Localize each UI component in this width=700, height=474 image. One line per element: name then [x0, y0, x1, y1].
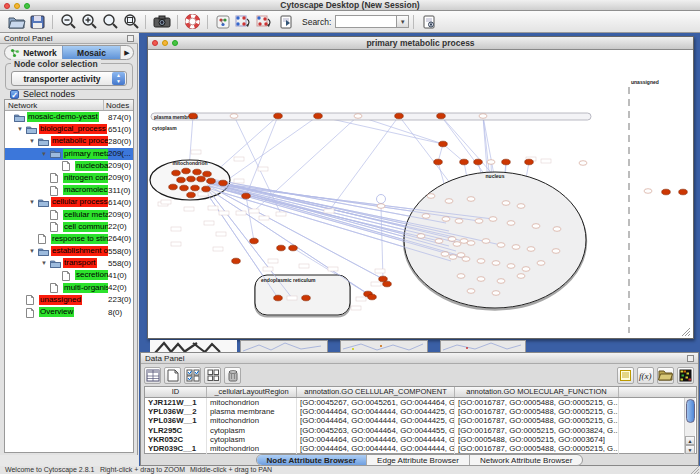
column-header[interactable]: annotation.GO MOLECULAR_FUNCTION — [455, 387, 619, 397]
tree-row[interactable]: multi-organism pro42(0) — [5, 282, 133, 294]
column-header[interactable]: ID — [145, 387, 207, 397]
data-panel: Data Panel f(x) ID_cellularLayoutRegiona… — [140, 352, 699, 466]
table-row[interactable]: YDR039C__1mitochondrion[GO:0044464, GO:0… — [145, 444, 696, 453]
zoom-button[interactable] — [24, 3, 30, 9]
layout-b-icon[interactable] — [255, 13, 274, 31]
tree-row[interactable]: nucleobase-209(0) — [5, 160, 133, 172]
help-ring-icon[interactable] — [183, 13, 202, 31]
tab-node-attribute-browser[interactable]: Node Attribute Browser — [257, 455, 368, 465]
folder-open-icon[interactable] — [657, 367, 674, 384]
float-panel-icon[interactable] — [687, 355, 694, 362]
vizmapper-icon[interactable] — [213, 13, 232, 31]
expand-arrow-icon[interactable]: ▼ — [41, 151, 47, 157]
tree-header[interactable]: Network Nodes — [5, 100, 133, 111]
tree-row[interactable]: cellular metabol209(0) — [5, 209, 133, 221]
expand-arrow-icon[interactable]: ▼ — [29, 248, 35, 254]
tree-row[interactable]: unassigned223(0) — [5, 294, 133, 306]
tab-network-attribute-browser[interactable]: Network Attribute Browser — [470, 455, 582, 465]
new-doc-icon[interactable] — [164, 367, 181, 384]
zoom-fit-icon[interactable] — [100, 13, 119, 31]
tree-row[interactable]: ▼primary metabol209(... — [5, 148, 133, 160]
camera-icon[interactable] — [151, 13, 172, 31]
folder-icon — [38, 137, 49, 146]
tree-row[interactable]: ▼biological_process651(0) — [5, 123, 133, 135]
column-header[interactable]: annotation.GO CELLULAR_COMPONENT — [297, 387, 455, 397]
file-icon — [62, 161, 70, 171]
tree-row[interactable]: response to stimulu264(0) — [5, 233, 133, 245]
minimize-button[interactable] — [14, 3, 20, 9]
heatmap-icon[interactable] — [677, 367, 694, 384]
notes-icon[interactable] — [617, 367, 634, 384]
doc-export-icon[interactable] — [276, 13, 295, 31]
attr-table-icon[interactable] — [144, 367, 161, 384]
table-scrollbar[interactable]: ▲ ▼ — [684, 398, 695, 454]
tree-row[interactable]: mosaic-demo-yeast874(0) — [5, 111, 133, 123]
expand-arrow-icon[interactable]: ▼ — [41, 260, 47, 266]
layout-a-icon[interactable] — [234, 13, 253, 31]
node-color-dropdown[interactable]: transporter activity ▲▼ — [11, 71, 127, 86]
network-canvas[interactable]: plasma membranecytoplasmmitochondrionnuc… — [149, 51, 692, 338]
expand-arrow-icon[interactable]: ▼ — [17, 126, 23, 132]
doc-index-icon[interactable] — [419, 13, 438, 31]
control-panel-tabs: NetworkMosaic▶ — [4, 45, 134, 60]
minimize-button[interactable] — [162, 40, 168, 46]
table-row[interactable]: YJR121W__1mitochondrion[GO:0045267, GO:0… — [145, 398, 696, 407]
table-row[interactable]: YKR052Ccytoplasm[GO:0044464, GO:0044446,… — [145, 435, 696, 444]
svg-text:endoplasmic reticulum: endoplasmic reticulum — [261, 277, 316, 283]
control-panel-header: Control Panel — [0, 33, 138, 44]
attribute-table: ID_cellularLayoutRegionannotation.GO CEL… — [144, 386, 697, 454]
tab-mosaic[interactable]: Mosaic — [62, 46, 120, 59]
window-controls[interactable] — [4, 3, 30, 9]
float-panel-icon[interactable] — [127, 35, 134, 42]
status-text: Right-click + drag to ZOOM — [100, 466, 185, 473]
column-header[interactable]: _cellularLayoutRegion — [207, 387, 297, 397]
main-toolbar: Search:▼ — [0, 11, 700, 33]
scrollbar-thumb[interactable] — [686, 399, 695, 423]
tree-row[interactable]: ▼transport558(0) — [5, 257, 133, 269]
close-button[interactable] — [152, 40, 158, 46]
tree-row[interactable]: ▼establishment of lo558(0) — [5, 245, 133, 257]
table-row[interactable]: YPL036W__2plasma membrane[GO:0044464, GO… — [145, 407, 696, 416]
status-text: Welcome to Cytoscape 2.8.1 — [5, 466, 94, 473]
zoom-selected-icon[interactable] — [121, 13, 140, 31]
search-input[interactable] — [335, 15, 397, 28]
tab-edge-attribute-browser[interactable]: Edge Attribute Browser — [367, 455, 470, 465]
search-label: Search: — [302, 17, 331, 27]
scroll-down-button[interactable]: ▼ — [685, 445, 695, 454]
group-label: Node color selection — [11, 59, 101, 69]
folder-icon — [38, 198, 49, 207]
expand-arrow-icon[interactable]: ▼ — [29, 138, 35, 144]
zoom-button[interactable] — [172, 40, 178, 46]
tree-row[interactable]: nitrogen compo209(0) — [5, 172, 133, 184]
tree-row[interactable]: macromolecule311(0) — [5, 184, 133, 196]
open-icon[interactable] — [7, 13, 26, 31]
save-icon[interactable] — [28, 13, 47, 31]
toolbar-separator — [207, 15, 208, 29]
tree-row[interactable]: ▼metabolic process280(0) — [5, 135, 133, 147]
node-color-selection-group: Node color selection transporter activit… — [5, 63, 133, 90]
data-panel-header: Data Panel — [141, 353, 698, 364]
tree-row[interactable]: ▼cellular process614(0) — [5, 196, 133, 208]
tab-network[interactable]: Network — [5, 46, 62, 59]
select-nodes-checkbox[interactable]: ✓ — [10, 90, 19, 99]
attr-grid-icon[interactable] — [204, 367, 221, 384]
table-header-row[interactable]: ID_cellularLayoutRegionannotation.GO CEL… — [145, 387, 696, 398]
network-window-titlebar[interactable]: primary metabolic process — [148, 37, 693, 50]
table-row[interactable]: YPL036W__1mitochondrion[GO:0044464, GO:0… — [145, 416, 696, 425]
tree-row[interactable]: secretion41(0) — [5, 269, 133, 281]
network-window-controls[interactable] — [152, 40, 178, 46]
formula-icon[interactable]: f(x) — [637, 367, 654, 384]
zoom-in-icon[interactable] — [79, 13, 98, 31]
expand-arrow-icon[interactable]: ▼ — [29, 199, 35, 205]
trash-icon[interactable] — [224, 367, 241, 384]
zoom-out-icon[interactable] — [58, 13, 77, 31]
tree-row[interactable]: Overview8(0) — [5, 306, 133, 318]
scroll-up-button[interactable]: ▲ — [685, 436, 695, 445]
app-title: Cytoscape Desktop (New Session) — [0, 0, 700, 11]
search-dropdown-icon[interactable]: ▼ — [397, 15, 409, 28]
select-attrs-icon[interactable] — [184, 367, 201, 384]
table-row[interactable]: YLR295Ccytoplasm[GO:0045263, GO:0044464,… — [145, 426, 696, 435]
tree-row[interactable]: cell communicati22(0) — [5, 221, 133, 233]
more-tabs-arrow[interactable]: ▶ — [120, 46, 133, 59]
close-button[interactable] — [4, 3, 10, 9]
